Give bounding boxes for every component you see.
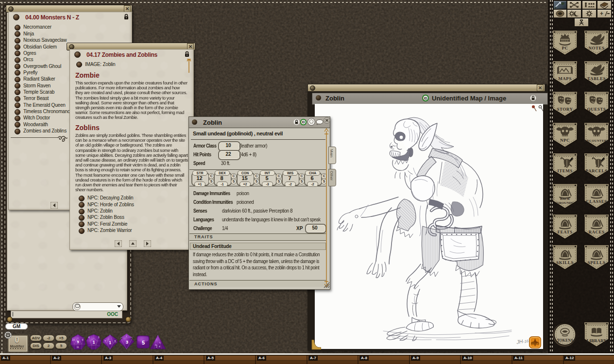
svg-text:FEATS: FEATS (558, 230, 573, 234)
svg-text:15: 15 (72, 338, 75, 341)
svg-text:11: 11 (76, 346, 79, 348)
svg-text:5: 5 (114, 340, 116, 343)
svg-text:3: 3 (126, 339, 128, 345)
svg-text:ID: ID (424, 97, 427, 100)
svg-text:2: 2 (156, 345, 157, 348)
svg-text:+: + (600, 10, 603, 17)
svg-text:5: 5 (142, 340, 145, 346)
svg-text:ENCOUNTERS: ENCOUNTERS (584, 139, 609, 142)
svg-text:SKILLS: SKILLS (556, 260, 574, 265)
svg-text:LIBRARY: LIBRARY (586, 338, 607, 343)
svg-text:CLASSES: CLASSES (586, 199, 607, 204)
svg-text:PC: PC (562, 46, 568, 50)
svg-text:STORY: STORY (557, 107, 573, 112)
svg-text:QUESTS: QUESTS (587, 107, 606, 112)
svg-text:ID: ID (302, 120, 305, 124)
svg-text:GROUNDS: GROUNDS (556, 201, 573, 205)
svg-text:5: 5 (77, 340, 79, 344)
svg-text:0: 0 (98, 336, 100, 339)
svg-text:TOKENS: TOKENS (557, 338, 573, 343)
svg-text:SPELLS: SPELLS (588, 260, 606, 265)
svg-text:BACK: BACK (560, 197, 570, 201)
svg-text:ITEMS: ITEMS (557, 168, 573, 173)
svg-text:PARCELS: PARCELS (586, 168, 608, 173)
svg-text:MAPS: MAPS (558, 76, 572, 81)
svg-text:TABLES: TABLES (587, 76, 606, 81)
svg-text:9: 9 (82, 338, 84, 341)
svg-text:NOTES: NOTES (588, 46, 604, 50)
svg-text:4: 4 (88, 336, 90, 339)
svg-text:4: 4 (159, 345, 160, 348)
svg-text:1: 1 (109, 340, 111, 345)
svg-text:RACES: RACES (588, 230, 604, 234)
svg-text:NPC: NPC (560, 138, 570, 143)
svg-text:1: 1 (93, 340, 95, 345)
svg-text:7: 7 (104, 340, 106, 343)
